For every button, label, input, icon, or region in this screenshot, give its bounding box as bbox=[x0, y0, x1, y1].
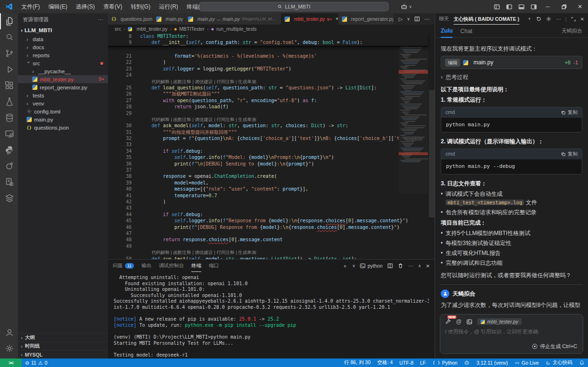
activity-source-control-icon[interactable] bbox=[0, 45, 18, 61]
copilot-status[interactable] bbox=[461, 358, 473, 367]
code-line-39[interactable]: 39 model=model, bbox=[108, 180, 428, 186]
tree-item-report_generator.py[interactable]: report_generator.py bbox=[18, 83, 108, 91]
code-line-21[interactable]: 21 format='%(asctime)s - %(levelname)s -… bbox=[108, 53, 428, 59]
code-line-33[interactable]: 33 bbox=[108, 141, 428, 148]
terminal-shell-tab[interactable]: python bbox=[360, 263, 383, 269]
code-line-22[interactable]: 22 ) bbox=[108, 59, 428, 65]
codelens-actions[interactable]: 代码解释 | 函数注释 | 调优建议 | 行间注释 | 生成单测 bbox=[108, 79, 428, 85]
sidebar-section-时间线[interactable]: ›时间线 bbox=[18, 341, 108, 350]
customize-layout-icon[interactable] bbox=[490, 0, 503, 13]
code-line-41[interactable]: 41 temperature=0.7 bbox=[108, 192, 428, 199]
code-line-32[interactable]: 32 prompt = f"{question}\nA: {choices['c… bbox=[108, 135, 428, 141]
chat-input-placeholder[interactable]: / 使用指令，@ 引用知识，让回答更准确 bbox=[445, 328, 578, 335]
terminal-output[interactable]: Attempting uninstall: openai Found exist… bbox=[108, 272, 435, 367]
code-line-31[interactable]: 31 """向指定模型提问并获取回答""" bbox=[108, 129, 428, 135]
tools-icon[interactable]: NEW bbox=[445, 319, 451, 325]
activity-remote-explorer-icon[interactable] bbox=[0, 126, 18, 142]
sticky-scroll[interactable]: 8class MBTITester:9 def __init__(self, c… bbox=[108, 33, 428, 46]
tree-item-reports[interactable]: ›reports bbox=[18, 51, 108, 59]
code-line-43[interactable]: 43 bbox=[108, 205, 428, 211]
code-line-29[interactable]: 29 bbox=[108, 110, 428, 116]
tree-item-config.toml[interactable]: config.toml bbox=[18, 107, 108, 115]
encoding-setting[interactable]: UTF-8 bbox=[396, 358, 417, 367]
activity-doc-settings-icon[interactable] bbox=[0, 174, 18, 190]
panel-more-icon[interactable]: ··· bbox=[408, 263, 413, 269]
notifications-bell-icon[interactable] bbox=[576, 358, 588, 367]
problems-status[interactable]: ⊘11 ⚠0 bbox=[22, 358, 51, 367]
code-line-24[interactable]: 24 bbox=[108, 72, 428, 78]
new-terminal-icon[interactable]: ＋ bbox=[342, 262, 347, 270]
code-line-35[interactable]: 35 self.logger.info(f"Model: {model}\nPr… bbox=[108, 154, 428, 160]
language-mode[interactable]: { } Python bbox=[429, 358, 461, 367]
sidebar-section-大纲[interactable]: ›大纲 bbox=[18, 333, 108, 341]
tree-item-tests[interactable]: ›tests bbox=[18, 91, 108, 99]
menu-编辑(E)[interactable]: 编辑(E) bbox=[44, 0, 71, 13]
code-line-40[interactable]: 40 messages=[{"role": "user", "content":… bbox=[108, 186, 428, 192]
command-center-search[interactable]: LLM_MBTI bbox=[199, 2, 389, 11]
code-line-25[interactable]: 25 def load_questions(self, questions_pa… bbox=[108, 85, 428, 91]
run-python-file-icon[interactable]: ▷ bbox=[399, 16, 402, 22]
code-line-49[interactable]: 49 bbox=[108, 243, 428, 249]
expand-icon[interactable] bbox=[571, 17, 576, 22]
toggle-secondary-sidebar-icon[interactable] bbox=[527, 0, 540, 13]
copilot-button[interactable]: ∨ bbox=[401, 0, 412, 13]
comate-status[interactable]: 文心快码 bbox=[542, 358, 576, 367]
panel-tab-调试控制台[interactable]: 调试控制台 bbox=[159, 260, 184, 272]
chat-input-box[interactable]: NEW @ mbti_tester.py / 使用指令，@ 引用知识，让回答更准… bbox=[440, 314, 583, 354]
code-line-46[interactable]: 46 print(f"[DEBUG] Response from {model}… bbox=[108, 224, 428, 230]
code-line-50[interactable]: 50 def run_test(self, model: str, questi… bbox=[108, 256, 428, 260]
context-file-pill[interactable]: mbti_tester.py bbox=[477, 318, 522, 325]
activity-extensions-icon[interactable] bbox=[0, 78, 18, 94]
panel-tab-终端[interactable]: 终端 bbox=[191, 260, 201, 272]
thinking-process-toggle[interactable]: › 思考过程 bbox=[441, 73, 582, 81]
remote-indicator[interactable]: >< bbox=[0, 358, 22, 367]
copy-button[interactable]: 复制 bbox=[561, 150, 578, 158]
activity-database-icon[interactable] bbox=[0, 110, 18, 126]
menu-转到(G)[interactable]: 转到(G) bbox=[126, 0, 154, 13]
run-dropdown-icon[interactable]: ∨ bbox=[407, 17, 410, 21]
code-line-9[interactable]: 9 def __init__(self, config_path: str = … bbox=[108, 39, 428, 45]
activity-layers-icon[interactable] bbox=[0, 190, 18, 206]
editor-tab-mbti_tester.py[interactable]: mbti_tester.py9+✕ bbox=[281, 13, 338, 25]
code-line-47[interactable]: 47 bbox=[108, 230, 428, 236]
panel-tab-端口[interactable]: 端口 bbox=[209, 260, 219, 272]
copy-button[interactable]: 复制 bbox=[561, 109, 578, 116]
activity-explorer-icon[interactable] bbox=[0, 13, 18, 29]
new-chat-icon[interactable]: ＋ bbox=[527, 16, 532, 22]
editor-more-icon[interactable]: ··· bbox=[424, 16, 430, 22]
close-panel-icon[interactable]: ✕ bbox=[580, 17, 584, 22]
sidebar-section-MYSQL[interactable]: ›MYSQL bbox=[18, 350, 108, 358]
code-line-26[interactable]: 26 """加载MBTI测试题目""" bbox=[108, 91, 428, 97]
attach-image-icon[interactable] bbox=[466, 319, 472, 325]
history-icon[interactable] bbox=[536, 16, 542, 22]
split-editor-icon[interactable] bbox=[414, 16, 420, 22]
breadcrumb[interactable]: src › mbti_tester.py › ◆ MBTITester › ◆ … bbox=[108, 25, 435, 33]
eol-setting[interactable]: LF bbox=[417, 358, 429, 367]
toggle-sidebar-icon[interactable] bbox=[503, 0, 515, 13]
tree-item-docs[interactable]: ›docs bbox=[18, 43, 108, 51]
tree-item-main.py[interactable]: main.py bbox=[18, 115, 108, 123]
kill-terminal-icon[interactable] bbox=[398, 263, 403, 269]
code-line-36[interactable]: 36 print(f"\n[DEBUG] Sending to {model}:… bbox=[108, 161, 428, 167]
tree-item-questions.json[interactable]: {}questions.json bbox=[18, 123, 108, 131]
tab-chat[interactable]: Chat bbox=[460, 28, 472, 35]
menu-运行(R)[interactable]: 运行(R) bbox=[155, 0, 183, 13]
tree-item-data[interactable]: ›data bbox=[18, 35, 108, 43]
editor-scrollbar[interactable] bbox=[429, 90, 435, 218]
settings-icon[interactable] bbox=[546, 16, 552, 22]
code-block-body[interactable]: python main.py --debug bbox=[441, 159, 582, 174]
editor-tab-questions.json[interactable]: {}questions.json bbox=[108, 13, 153, 25]
menu-选择(S)[interactable]: 选择(S) bbox=[71, 0, 99, 13]
code-line-23[interactable]: 23 self.logger = logging.getLogger("MBTI… bbox=[108, 66, 428, 72]
tree-item-__pycache__[interactable]: ›__pycache__ bbox=[18, 67, 108, 75]
activity-search-icon[interactable] bbox=[0, 29, 18, 45]
tree-item-mbti_tester.py[interactable]: mbti_tester.py9+ bbox=[18, 75, 108, 83]
tab-chat-cn[interactable]: 聊天 bbox=[439, 16, 449, 22]
close-button[interactable]: ✕ bbox=[572, 0, 588, 13]
code-editor[interactable]: 8class MBTITester:9 def __init__(self, c… bbox=[108, 33, 435, 259]
codelens-actions[interactable]: 代码解释 | 函数注释 | 调优建议 | 行间注释 | 生成单测 bbox=[108, 116, 428, 122]
breadcrumb-file[interactable]: mbti_tester.py bbox=[137, 26, 168, 32]
code-line-42[interactable]: 42 ) bbox=[108, 199, 428, 205]
code-line-27[interactable]: 27 with open(questions_path, "r", encodi… bbox=[108, 97, 428, 104]
breadcrumb-method[interactable]: run_multiple_tests bbox=[216, 26, 257, 32]
